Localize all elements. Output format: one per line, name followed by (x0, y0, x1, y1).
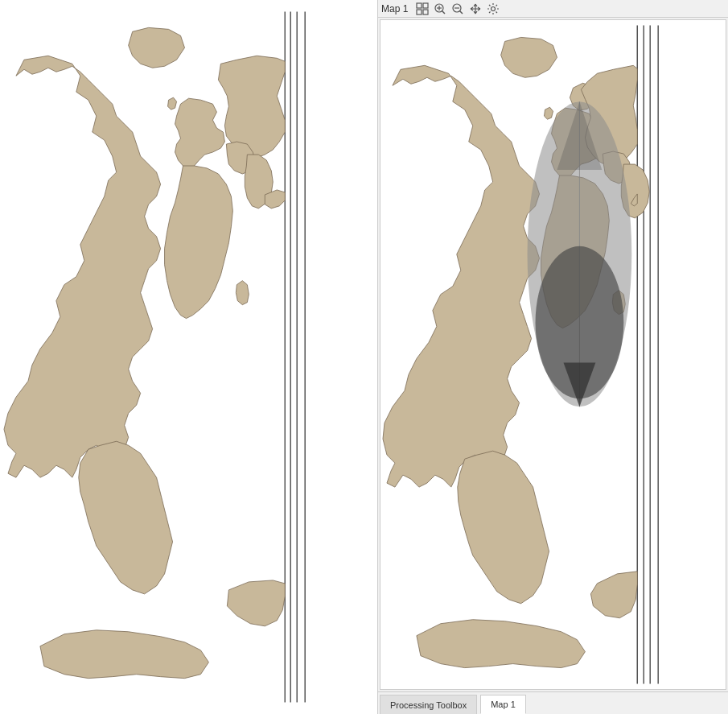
map1-tab[interactable]: Map 1 (480, 695, 526, 714)
map1-titlebar: Map 1 (378, 0, 728, 18)
map1-toolbar (414, 1, 501, 17)
map1-tab-label: Map 1 (491, 700, 516, 709)
map1-title: Map 1 (381, 3, 408, 14)
svg-rect-5 (417, 3, 422, 8)
pan-button[interactable] (467, 1, 483, 17)
left-map-panel (0, 0, 378, 714)
settings-button[interactable] (485, 1, 501, 17)
bottom-tabs: Processing Toolbox Map 1 (378, 691, 728, 714)
right-panel: Map 1 (378, 0, 728, 714)
processing-toolbox-tab-label: Processing Toolbox (390, 700, 467, 710)
processing-toolbox-tab[interactable]: Processing Toolbox (380, 695, 477, 714)
zoom-full-button[interactable] (414, 1, 430, 17)
svg-rect-6 (423, 3, 428, 8)
right-world-map (380, 20, 726, 689)
svg-point-16 (492, 6, 496, 10)
main-container: Map 1 (0, 0, 728, 714)
svg-line-10 (442, 10, 446, 14)
zoom-out-button[interactable] (450, 1, 466, 17)
svg-rect-7 (417, 10, 422, 14)
svg-line-14 (460, 10, 463, 14)
left-world-map (0, 0, 377, 714)
right-map-panel (380, 19, 726, 690)
svg-rect-8 (423, 10, 428, 14)
zoom-in-button[interactable] (432, 1, 448, 17)
